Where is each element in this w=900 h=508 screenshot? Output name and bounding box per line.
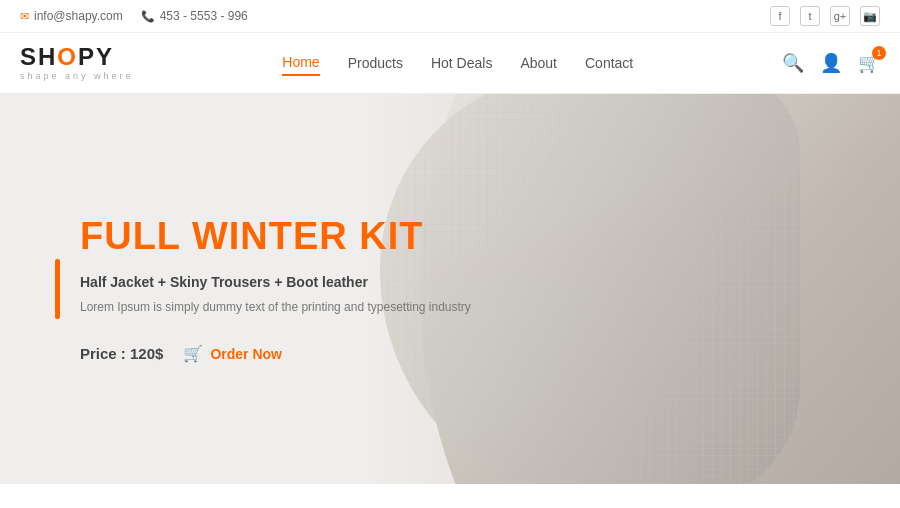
search-icon[interactable]: 🔍 bbox=[782, 52, 804, 74]
hero-subtitle: Half Jacket + Skiny Trousers + Boot leat… bbox=[80, 274, 471, 290]
googleplus-icon[interactable]: g+ bbox=[830, 6, 850, 26]
user-icon[interactable]: 👤 bbox=[820, 52, 842, 74]
logo-tagline: shape any where bbox=[20, 71, 134, 81]
facebook-icon[interactable]: f bbox=[770, 6, 790, 26]
nav-products[interactable]: Products bbox=[348, 51, 403, 75]
email-icon: ✉ bbox=[20, 10, 29, 23]
top-bar-left: ✉ info@shapy.com 📞 453 - 5553 - 996 bbox=[20, 9, 248, 23]
hero-content: FULL WINTER KIT Half Jacket + Skiny Trou… bbox=[0, 215, 471, 363]
logo[interactable]: SHOPY shape any where bbox=[20, 45, 134, 81]
phone-icon: 📞 bbox=[141, 10, 155, 23]
social-links: f t g+ 📷 bbox=[770, 6, 880, 26]
header-icons: 🔍 👤 🛒 1 bbox=[782, 52, 880, 74]
hero-banner: FULL WINTER KIT Half Jacket + Skiny Trou… bbox=[0, 94, 900, 484]
email-contact: ✉ info@shapy.com bbox=[20, 9, 123, 23]
nav-hot-deals[interactable]: Hot Deals bbox=[431, 51, 492, 75]
phone-text: 453 - 5553 - 996 bbox=[160, 9, 248, 23]
header: SHOPY shape any where Home Products Hot … bbox=[0, 33, 900, 94]
cart-icon[interactable]: 🛒 1 bbox=[858, 52, 880, 74]
nav-about[interactable]: About bbox=[520, 51, 557, 75]
hero-title: FULL WINTER KIT bbox=[80, 215, 471, 258]
main-nav: Home Products Hot Deals About Contact bbox=[282, 50, 633, 76]
cart-badge: 1 bbox=[872, 46, 886, 60]
order-now-button[interactable]: 🛒 Order Now bbox=[183, 344, 282, 363]
email-text: info@shapy.com bbox=[34, 9, 123, 23]
nav-home[interactable]: Home bbox=[282, 50, 319, 76]
instagram-icon[interactable]: 📷 bbox=[860, 6, 880, 26]
nav-contact[interactable]: Contact bbox=[585, 51, 633, 75]
hero-price: Price : 120$ bbox=[80, 345, 163, 362]
order-cart-icon: 🛒 bbox=[183, 344, 203, 363]
top-bar: ✉ info@shapy.com 📞 453 - 5553 - 996 f t … bbox=[0, 0, 900, 33]
order-button-label: Order Now bbox=[210, 346, 282, 362]
phone-contact: 📞 453 - 5553 - 996 bbox=[141, 9, 248, 23]
logo-text: SHOPY bbox=[20, 45, 114, 69]
hero-price-row: Price : 120$ 🛒 Order Now bbox=[80, 344, 471, 363]
hero-description: Lorem Ipsum is simply dummy text of the … bbox=[80, 298, 471, 316]
twitter-icon[interactable]: t bbox=[800, 6, 820, 26]
